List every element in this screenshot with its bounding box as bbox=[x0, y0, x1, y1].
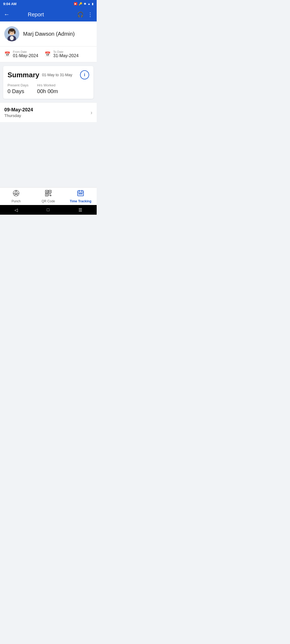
svg-rect-19 bbox=[49, 191, 50, 192]
nav-time-tracking[interactable]: Time Tracking bbox=[64, 188, 97, 205]
time-tracking-icon bbox=[77, 190, 84, 198]
svg-rect-31 bbox=[79, 193, 80, 194]
calendar-to-icon: 📅 bbox=[45, 51, 50, 57]
avatar bbox=[4, 26, 19, 41]
nav-punch[interactable]: Punch bbox=[0, 188, 32, 205]
summary-date-range: 01-May to 31-May bbox=[42, 73, 73, 77]
svg-point-5 bbox=[8, 30, 10, 34]
avatar-image bbox=[4, 26, 19, 41]
svg-point-6 bbox=[14, 30, 16, 34]
present-days-stat: Present Days 0 Days bbox=[8, 83, 28, 94]
summary-title-group: Summary 01-May to 31-May bbox=[8, 71, 72, 79]
info-icon: i bbox=[84, 72, 85, 77]
nav-punch-label: Punch bbox=[12, 199, 21, 203]
hrs-worked-label: Hrs Worked bbox=[37, 83, 58, 87]
svg-rect-23 bbox=[50, 193, 51, 194]
battery-icon: ▮ bbox=[92, 2, 93, 6]
status-bar: 9:04 AM ▶ 🔑 ✱ ▲ ▮ bbox=[0, 0, 97, 8]
status-icons: ▶ 🔑 ✱ ▲ ▮ bbox=[74, 2, 93, 6]
punch-icon bbox=[13, 190, 20, 198]
day-info: 09-May-2024 Thursday bbox=[4, 107, 33, 118]
day-entry[interactable]: 09-May-2024 Thursday › bbox=[0, 103, 97, 122]
headset-icon[interactable]: 🎧 bbox=[77, 11, 84, 18]
user-name: Marj Dawson (Admin) bbox=[23, 31, 75, 37]
video-icon: ▶ bbox=[74, 2, 77, 5]
back-button[interactable]: ← bbox=[4, 11, 10, 18]
nav-time-tracking-label: Time Tracking bbox=[70, 199, 91, 203]
from-date-item[interactable]: 📅 From Date 01-May-2024 bbox=[4, 50, 38, 58]
android-nav-bar: ◁ □ ☰ bbox=[0, 205, 97, 215]
svg-rect-25 bbox=[50, 195, 51, 196]
app-header: ← Report 🎧 ⋮ bbox=[0, 8, 97, 21]
page-title: Report bbox=[13, 12, 59, 18]
svg-point-8 bbox=[13, 32, 13, 33]
chevron-right-icon: › bbox=[90, 109, 92, 116]
from-date-label: From Date bbox=[13, 50, 38, 53]
present-days-value: 0 Days bbox=[8, 88, 24, 94]
wifi-icon: ▲ bbox=[88, 2, 90, 5]
summary-header: Summary 01-May to 31-May i bbox=[8, 70, 89, 79]
main-content: Marj Dawson (Admin) 📅 From Date 01-May-2… bbox=[0, 21, 97, 187]
day-date: 09-May-2024 bbox=[4, 107, 33, 113]
svg-rect-32 bbox=[80, 193, 81, 194]
bottom-nav: Punch QR Code bbox=[0, 187, 97, 205]
to-date-value: 31-May-2024 bbox=[53, 53, 78, 58]
key-icon: 🔑 bbox=[79, 2, 82, 6]
from-date-value: 01-May-2024 bbox=[13, 53, 38, 58]
date-range-section: 📅 From Date 01-May-2024 📅 To Date 31-May… bbox=[0, 46, 97, 62]
svg-rect-21 bbox=[46, 194, 47, 195]
android-home-btn[interactable]: □ bbox=[47, 207, 49, 212]
android-back-btn[interactable]: ◁ bbox=[15, 207, 18, 213]
nav-qr-code[interactable]: QR Code bbox=[32, 188, 64, 205]
svg-point-7 bbox=[10, 32, 11, 33]
qr-code-icon bbox=[45, 190, 52, 198]
bluetooth-icon: ✱ bbox=[84, 2, 86, 6]
to-date-label: To Date bbox=[53, 50, 78, 53]
day-name: Thursday bbox=[4, 113, 33, 118]
summary-card: Summary 01-May to 31-May i Present Days … bbox=[3, 66, 93, 99]
svg-rect-17 bbox=[46, 191, 47, 192]
hrs-worked-value: 00h 00m bbox=[37, 88, 58, 94]
nav-qr-label: QR Code bbox=[42, 199, 55, 203]
user-card: Marj Dawson (Admin) bbox=[0, 21, 97, 46]
android-menu-btn[interactable]: ☰ bbox=[78, 207, 82, 213]
status-time: 9:04 AM bbox=[3, 2, 16, 6]
summary-title: Summary bbox=[8, 71, 39, 79]
to-date-item[interactable]: 📅 To Date 31-May-2024 bbox=[45, 50, 78, 58]
svg-rect-33 bbox=[81, 193, 82, 194]
svg-point-4 bbox=[9, 28, 15, 32]
svg-rect-24 bbox=[49, 195, 49, 196]
svg-point-2 bbox=[10, 36, 14, 40]
present-days-label: Present Days bbox=[8, 83, 28, 87]
info-button[interactable]: i bbox=[80, 70, 89, 79]
more-options-icon[interactable]: ⋮ bbox=[88, 11, 93, 18]
header-actions: 🎧 ⋮ bbox=[77, 11, 93, 18]
hrs-worked-stat: Hrs Worked 00h 00m bbox=[37, 83, 58, 94]
summary-stats: Present Days 0 Days Hrs Worked 00h 00m bbox=[8, 83, 89, 94]
calendar-from-icon: 📅 bbox=[4, 51, 10, 57]
svg-rect-22 bbox=[49, 193, 49, 194]
